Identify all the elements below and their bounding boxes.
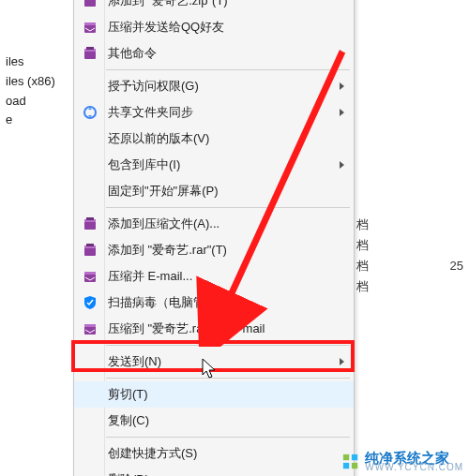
menu-item[interactable]: 其他命令 [74, 40, 354, 67]
svg-rect-0 [84, 0, 96, 7]
menu-item-label: 授予访问权限(G) [108, 78, 199, 95]
menu-item[interactable]: 剪切(T) [74, 381, 354, 408]
menu-item[interactable]: 共享文件夹同步 [74, 99, 354, 126]
menu-item-label: 压缩并发送给QQ好友 [108, 19, 224, 36]
watermark: 纯净系统之家 WWW.YCYCN.COM [342, 451, 463, 472]
blank-icon [82, 412, 98, 429]
filesize-cell: 25 [450, 257, 463, 276]
rar-add-icon [82, 216, 98, 232]
svg-rect-4 [84, 22, 96, 25]
filetype-cell: 档 [356, 259, 369, 273]
blank-icon [82, 78, 98, 95]
svg-rect-20 [343, 454, 349, 459]
blank-icon [82, 183, 98, 200]
menu-item[interactable]: 添加到 "爱奇艺.rar"(T) [74, 237, 354, 263]
menu-item-label: 复制(C) [108, 412, 149, 429]
watermark-logo-icon [342, 454, 359, 470]
tree-item[interactable]: iles (x86) [6, 72, 66, 92]
menu-item-label: 添加到 "爱奇艺.rar"(T) [108, 242, 227, 259]
blank-icon [82, 471, 98, 476]
menu-item[interactable]: 扫描病毒（电脑管家） [74, 290, 354, 316]
shield-icon [82, 294, 98, 311]
svg-rect-14 [86, 244, 94, 246]
menu-item[interactable]: 压缩并发送给QQ好友 [74, 14, 354, 40]
menu-item[interactable]: 删除(D) [74, 467, 354, 476]
menu-item[interactable]: 包含到库中(I) [74, 152, 354, 178]
menu-item[interactable]: 添加到压缩文件(A)... [74, 211, 354, 237]
menu-item[interactable]: 压缩到 "爱奇艺.rar" 并 E-mail [74, 316, 354, 342]
menu-item[interactable]: 复制(C) [74, 408, 354, 434]
blank-icon [82, 353, 98, 370]
menu-item-label: 添加到压缩文件(A)... [108, 216, 219, 232]
menu-item-label: 创建快捷方式(S) [108, 445, 197, 462]
blank-icon [82, 130, 98, 147]
folder-tree-fragment: iles iles (x86) oad e [0, 52, 66, 130]
menu-item-label: 发送到(N) [108, 353, 161, 370]
menu-separator [106, 378, 350, 379]
menu-item-label: 共享文件夹同步 [108, 104, 193, 121]
menu-separator [106, 207, 350, 208]
menu-item-label: 压缩到 "爱奇艺.rar" 并 E-mail [108, 320, 265, 337]
svg-rect-18 [84, 324, 96, 327]
menu-item-label: 压缩并 E-mail... [108, 268, 192, 285]
rar-icon [82, 45, 98, 62]
svg-rect-7 [86, 47, 94, 50]
context-menu: 添加到 "爱奇艺.zip"(T)压缩并发送给QQ好友其他命令授予访问权限(G)共… [73, 0, 355, 476]
blank-icon [82, 156, 98, 173]
menu-item[interactable]: 固定到"开始"屏幕(P) [74, 178, 354, 204]
menu-item-label: 其他命令 [108, 45, 157, 62]
tree-item[interactable]: e [6, 111, 66, 130]
menu-item[interactable]: 发送到(N) [74, 349, 354, 375]
menu-item[interactable]: 创建快捷方式(S) [74, 440, 354, 467]
menu-item-label: 还原以前的版本(V) [108, 130, 209, 147]
menu-item[interactable]: 压缩并 E-mail... [74, 263, 354, 290]
svg-rect-22 [343, 462, 349, 468]
watermark-url: WWW.YCYCN.COM [365, 463, 463, 472]
svg-rect-16 [84, 272, 96, 275]
rar-mail-icon [82, 268, 98, 285]
menu-item-label: 扫描病毒（电脑管家） [108, 294, 230, 311]
blank-icon [82, 445, 98, 462]
menu-item[interactable]: 还原以前的版本(V) [74, 126, 354, 152]
menu-separator [106, 69, 350, 70]
sync-icon [82, 104, 98, 121]
filetype-cell: 档 [356, 238, 369, 252]
submenu-arrow-icon [340, 161, 344, 169]
blank-icon [82, 386, 98, 403]
rar-mail-icon [82, 19, 98, 36]
submenu-arrow-icon [340, 109, 344, 116]
menu-item-label: 删除(D) [108, 471, 149, 476]
menu-item-label: 包含到库中(I) [108, 156, 180, 173]
menu-item[interactable]: 授予访问权限(G) [74, 73, 354, 99]
submenu-arrow-icon [340, 82, 344, 90]
submenu-arrow-icon [340, 358, 344, 365]
submenu-arrow-icon [340, 50, 344, 57]
tree-item[interactable]: oad [6, 92, 66, 112]
rar-mail-icon [82, 320, 98, 337]
filetype-cell: 档 [356, 279, 369, 293]
menu-separator [106, 345, 350, 346]
svg-rect-21 [352, 454, 357, 459]
rar-add-icon [82, 0, 98, 9]
filetype-cell: 档 [356, 217, 369, 231]
tree-item[interactable]: iles [6, 52, 66, 72]
svg-rect-23 [352, 462, 357, 468]
file-list-right-fragment: 档 档 档25 档 [356, 216, 469, 298]
menu-item-label: 剪切(T) [108, 386, 148, 403]
menu-item-label: 固定到"开始"屏幕(P) [108, 183, 219, 200]
svg-rect-11 [86, 217, 94, 220]
menu-item-label: 添加到 "爱奇艺.zip"(T) [108, 0, 228, 9]
menu-item[interactable]: 添加到 "爱奇艺.zip"(T) [74, 0, 354, 14]
rar-add-icon [82, 242, 98, 259]
menu-separator [106, 437, 350, 438]
